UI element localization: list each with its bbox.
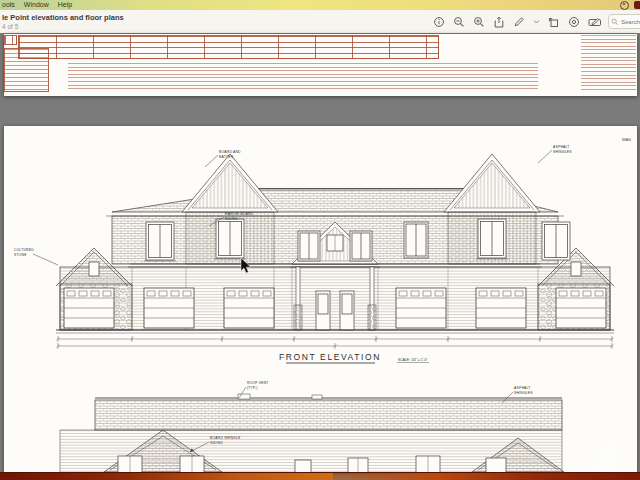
annotate-icon[interactable] [568, 16, 580, 28]
drawing-title: FRONT ELEVATION [279, 352, 381, 362]
page-indicator: 4 of 5 [2, 23, 18, 30]
general-notes-paragraph [68, 63, 538, 89]
svg-text:(TYP.): (TYP.) [247, 386, 258, 390]
toolbar [433, 10, 640, 33]
svg-text:CULTURED: CULTURED [14, 248, 34, 252]
pdf-canvas[interactable]: BOARD AND BATTEN ASPHALT SHINGLES HARDIE… [0, 33, 640, 480]
document-title: le Point elevations and floor plans [2, 13, 124, 22]
svg-text:ROOF VENT: ROOF VENT [247, 381, 269, 385]
form-fill-icon[interactable] [588, 16, 600, 28]
svg-text:SIDING: SIDING [225, 217, 238, 221]
keyed-notes-column [581, 35, 636, 91]
menu-item-tools[interactable]: ools [2, 0, 15, 10]
scale-note: SCALE: 1/4" = 1'-0" [398, 358, 428, 362]
rotate-icon[interactable] [548, 16, 560, 28]
dimension-lines [57, 336, 614, 349]
desktop-wallpaper-strip [0, 472, 640, 480]
front-elevation-drawing [56, 154, 614, 349]
pdf-page-current[interactable]: BOARD AND BATTEN ASPHALT SHINGLES HARDIE… [4, 126, 637, 473]
door-window-schedule-table [18, 35, 439, 59]
chevron-down-icon[interactable] [533, 16, 540, 28]
svg-text:SIDING: SIDING [210, 441, 223, 445]
menu-bar: ools Window Help [0, 0, 640, 10]
search-icon [611, 18, 619, 26]
app-corner-icon[interactable] [634, 1, 640, 9]
watermark [592, 440, 620, 470]
svg-text:ASPHALT: ASPHALT [553, 145, 570, 149]
svg-text:BOARD AND: BOARD AND [219, 150, 241, 154]
screen: ools Window Help le Point elevations and… [0, 0, 640, 480]
svg-text:STONE: STONE [14, 253, 27, 257]
elevation-drawing: BOARD AND BATTEN ASPHALT SHINGLES HARDIE… [4, 126, 637, 473]
svg-text:BOARD SHINGLE: BOARD SHINGLE [210, 436, 241, 440]
svg-text:SHINGLES: SHINGLES [514, 391, 533, 395]
pdf-page-previous[interactable] [4, 34, 637, 96]
callout-cultured-stone: CULTURED STONE [14, 248, 58, 265]
menu-item-window[interactable]: Window [24, 0, 49, 10]
markup-pencil-icon[interactable] [513, 16, 525, 28]
schedule-mini-table [4, 35, 17, 45]
svg-text:BATTEN: BATTEN [219, 155, 234, 159]
info-icon[interactable] [433, 16, 445, 28]
callout-asphalt-shingles-top: ASPHALT SHINGLES [538, 145, 572, 163]
svg-text:ASPHALT: ASPHALT [514, 386, 531, 390]
svg-text:SHINGLES: SHINGLES [553, 150, 572, 154]
menu-bar-right [620, 1, 640, 10]
menu-item-help[interactable]: Help [58, 0, 72, 10]
zoom-in-icon[interactable] [473, 16, 485, 28]
search-input[interactable] [621, 19, 640, 25]
sheet-edge-text: MAS [622, 137, 631, 142]
search-field[interactable] [608, 14, 640, 29]
lower-elevation-drawing [60, 394, 564, 473]
screen-record-icon[interactable] [620, 1, 629, 10]
share-icon[interactable] [493, 16, 505, 28]
svg-text:HARDIE BOARD: HARDIE BOARD [225, 212, 254, 216]
zoom-out-icon[interactable] [453, 16, 465, 28]
window-titlebar: le Point elevations and floor plans 4 of… [0, 10, 640, 34]
drawing-title-block: FRONT ELEVATION SCALE: 1/4" = 1'-0" [279, 352, 429, 363]
